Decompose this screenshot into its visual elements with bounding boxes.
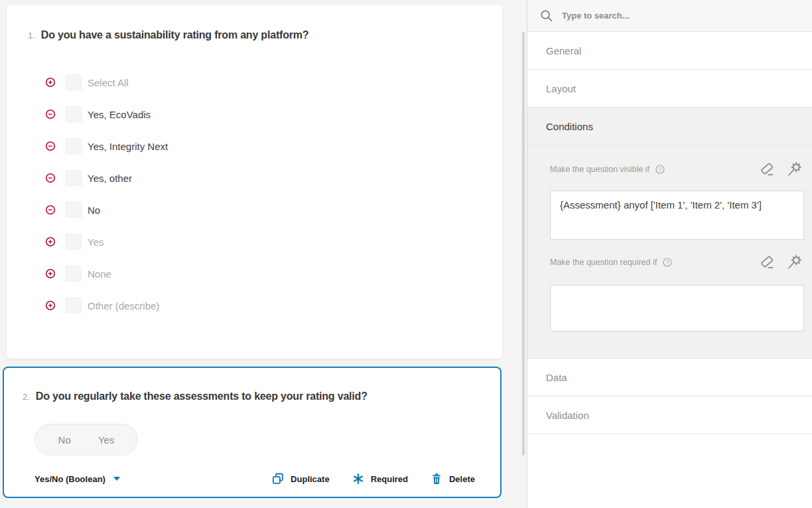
question-panel-1[interactable]: 1. Do you have a sustainability rating f… (7, 5, 502, 359)
section-conditions-label: Conditions (546, 121, 593, 132)
question1-title[interactable]: Do you have a sustainability rating from… (41, 29, 309, 41)
choice-label[interactable]: None (88, 268, 111, 280)
choice-row-other-describe: Other (describe) (7, 290, 502, 321)
section-general-label: General (546, 45, 581, 56)
checkbox[interactable] (66, 234, 82, 250)
trash-icon (429, 471, 444, 486)
question1-title-row: 1. Do you have a sustainability rating f… (7, 5, 502, 41)
choice-row-yes: Yes (7, 226, 502, 258)
canvas-scrollbar[interactable] (522, 32, 525, 456)
choice-row-select-all: Select All (7, 66, 502, 98)
required-if-row: Make the question required if (550, 256, 803, 269)
delete-button[interactable]: Delete (429, 471, 475, 486)
search-icon (539, 9, 554, 23)
toggle-no-label[interactable]: No (58, 434, 71, 446)
add-circle-icon[interactable] (44, 268, 56, 280)
choice-label[interactable]: Other (describe) (88, 300, 159, 311)
choice-row-yes-integrity-next: Yes, Integrity Next (7, 130, 502, 162)
question2-title[interactable]: Do you regularly take these assessments … (36, 390, 368, 402)
question-type-selector[interactable]: Yes/No (Boolean) (34, 474, 120, 484)
section-validation[interactable]: Validation (527, 396, 812, 434)
visible-if-row: Make the question visible if (550, 163, 803, 176)
section-general[interactable]: General (527, 32, 812, 70)
delete-label: Delete (449, 474, 475, 484)
question2-actions: Duplicate Required Delete (271, 471, 475, 486)
question2-title-row: 2. Do you regularly take these assessmen… (4, 368, 500, 402)
checkbox[interactable] (66, 74, 82, 90)
required-label: Required (371, 474, 408, 484)
choice-label[interactable]: Yes, Integrity Next (88, 141, 168, 152)
question-type-label: Yes/No (Boolean) (34, 474, 105, 484)
choice-row-no: No (7, 194, 502, 226)
required-asterisk-icon (351, 471, 366, 486)
choice-label[interactable]: Select All (88, 77, 129, 88)
visible-if-expression-input[interactable]: {Assessment} anyof ['Item 1', 'Item 2', … (550, 191, 804, 240)
duplicate-label: Duplicate (291, 474, 330, 484)
properties-panel: General Layout Conditions Make the quest… (527, 0, 812, 508)
checkbox[interactable] (66, 170, 82, 186)
remove-circle-icon[interactable] (44, 108, 56, 120)
question1-number: 1. (28, 31, 35, 41)
visible-if-label: Make the question visible if (550, 165, 649, 174)
section-validation-label: Validation (546, 410, 589, 421)
eraser-icon[interactable] (758, 254, 776, 271)
question-panel-2-selected[interactable]: 2. Do you regularly take these assessmen… (3, 367, 502, 498)
checkbox[interactable] (66, 106, 82, 122)
remove-circle-icon[interactable] (44, 204, 56, 216)
remove-circle-icon[interactable] (44, 140, 56, 152)
duplicate-icon (271, 471, 285, 486)
magic-wand-icon[interactable] (785, 161, 803, 178)
section-data[interactable]: Data (527, 359, 812, 396)
add-circle-icon[interactable] (44, 299, 56, 311)
search-input[interactable] (562, 11, 761, 21)
choice-row-none: None (7, 258, 502, 290)
boolean-toggle[interactable]: No Yes (34, 424, 138, 456)
add-circle-icon[interactable] (44, 76, 56, 88)
eraser-icon[interactable] (758, 161, 776, 178)
required-if-tools (758, 254, 803, 271)
add-circle-icon[interactable] (44, 236, 56, 248)
required-button[interactable]: Required (351, 471, 408, 486)
checkbox[interactable] (66, 202, 82, 218)
required-if-label: Make the question required if (550, 258, 657, 267)
checkbox[interactable] (66, 297, 82, 313)
required-if-expression-input[interactable] (550, 285, 804, 331)
choice-label[interactable]: Yes (88, 236, 103, 248)
checkbox[interactable] (66, 138, 82, 154)
question1-choice-list: Select All Yes, EcoVadis Yes, Integrity … (7, 66, 502, 321)
chevron-down-icon (113, 477, 120, 481)
help-icon[interactable] (654, 163, 666, 175)
toggle-yes-label[interactable]: Yes (98, 434, 114, 446)
checkbox[interactable] (66, 266, 82, 282)
section-layout[interactable]: Layout (527, 70, 812, 108)
question2-toolbar: Yes/No (Boolean) Duplicate Required Dele… (34, 469, 475, 488)
section-data-label: Data (546, 372, 567, 383)
choice-row-yes-other: Yes, other (7, 162, 502, 194)
property-search-row (527, 0, 812, 32)
question2-number: 2. (23, 392, 30, 402)
help-icon[interactable] (661, 256, 673, 268)
choice-label[interactable]: No (88, 205, 100, 216)
magic-wand-icon[interactable] (785, 254, 803, 271)
choice-row-yes-ecovadis: Yes, EcoVadis (7, 98, 502, 130)
choice-label[interactable]: Yes, EcoVadis (88, 109, 151, 120)
remove-circle-icon[interactable] (44, 172, 56, 184)
duplicate-button[interactable]: Duplicate (271, 471, 330, 486)
section-conditions[interactable]: Conditions (527, 108, 812, 145)
conditions-section-body: Make the question visible if {Assessment… (527, 145, 812, 359)
section-layout-label: Layout (546, 83, 576, 94)
choice-label[interactable]: Yes, other (88, 173, 132, 184)
visible-if-tools (758, 161, 803, 178)
